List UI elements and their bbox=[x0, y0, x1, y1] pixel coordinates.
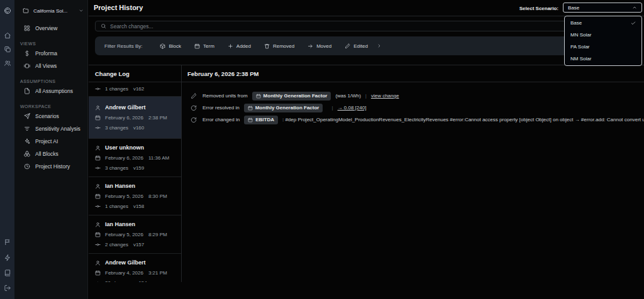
entry-time: 3:21 PM bbox=[148, 270, 167, 276]
section-label-workspace: WORKSPACE bbox=[20, 104, 87, 109]
filter-block[interactable]: Block bbox=[160, 43, 181, 49]
project-switcher[interactable]: California Sol... bbox=[23, 6, 84, 16]
scenario-dropdown-menu: Base MN Solar PA Solar NM Solar bbox=[564, 16, 642, 66]
change-text: Error changed in bbox=[203, 117, 240, 122]
chevron-up-icon bbox=[632, 5, 637, 10]
filter-label: Edited bbox=[353, 43, 368, 49]
home-icon[interactable] bbox=[4, 32, 11, 39]
scenario-select[interactable]: Base bbox=[563, 3, 642, 13]
sidebar-item-all-blocks[interactable]: All Blocks bbox=[14, 148, 87, 160]
filter-added[interactable]: Added bbox=[228, 43, 251, 49]
sidebar-item-label: All Views bbox=[35, 63, 57, 69]
changelog-entry[interactable]: Andrew Gilbert February 6, 20262:38 PM 3… bbox=[89, 97, 181, 139]
changelog-entry-peek[interactable]: 1 changes v162 bbox=[89, 82, 181, 97]
author-name: User unknown bbox=[105, 144, 144, 151]
sidebar-item-scenarios[interactable]: Scenarios bbox=[14, 110, 87, 122]
entry-time: 11:36 AM bbox=[148, 155, 169, 161]
entry-date: February 6, 2026 bbox=[105, 155, 143, 161]
changelog-entry[interactable]: User unknown February 6, 202611:36 AM 3 … bbox=[89, 139, 181, 177]
commit-icon bbox=[95, 86, 101, 92]
term-chip[interactable]: Monthly Generation Factor bbox=[244, 104, 323, 112]
cube-icon bbox=[160, 43, 165, 49]
scenario-select-value: Base bbox=[568, 5, 632, 11]
changelog-entry[interactable]: Andrew Gilbert February 4, 20263:21 PM 2… bbox=[89, 254, 181, 282]
sparkles-icon bbox=[24, 138, 30, 144]
sidebar-item-label: Project AI bbox=[35, 138, 58, 144]
view-change-link[interactable]: view change bbox=[371, 93, 399, 99]
panel-body: 1 changes v162 Andrew Gilbert February 6… bbox=[89, 82, 644, 282]
docs-book-icon[interactable] bbox=[4, 269, 11, 276]
scenario-option-mn-solar[interactable]: MN Solar bbox=[565, 29, 641, 41]
author-name: Andrew Gilbert bbox=[105, 104, 146, 111]
logout-icon[interactable] bbox=[4, 285, 11, 291]
filter-edited[interactable]: Edited bbox=[345, 43, 368, 49]
pencil-icon bbox=[345, 43, 350, 49]
section-label-views: VIEWS bbox=[20, 41, 87, 46]
filter-chips: Block Term Added Removed Moved Edited bbox=[160, 43, 367, 49]
pencil-icon bbox=[191, 93, 197, 99]
icon-rail bbox=[0, 0, 14, 299]
projects-icon[interactable] bbox=[4, 46, 11, 53]
version-badge: v157 bbox=[133, 242, 144, 247]
filter-moved[interactable]: Moved bbox=[308, 43, 331, 49]
section-label-assumptions: ASSUMPTIONS bbox=[20, 79, 87, 84]
sidebar-item-label: Project History bbox=[35, 163, 70, 170]
term-chip[interactable]: EBITDA bbox=[244, 116, 278, 124]
option-label: NM Solar bbox=[570, 56, 636, 62]
filter-results-label: Filter Results By: bbox=[104, 43, 142, 49]
search-input[interactable] bbox=[110, 23, 632, 30]
filter-label: Added bbox=[236, 43, 251, 49]
entry-time: 8:29 PM bbox=[148, 232, 167, 237]
entry-date: February 5, 2026 bbox=[105, 232, 143, 237]
page-header: Project History Select Scenario: Base bbox=[89, 0, 644, 16]
calendar-icon bbox=[95, 270, 101, 276]
search-bar[interactable] bbox=[95, 21, 638, 31]
filters-chevron-right-icon[interactable] bbox=[377, 43, 382, 48]
clock-icon bbox=[24, 163, 30, 170]
changes-count: 2 changes bbox=[105, 242, 128, 247]
changelog-entry[interactable]: Ian Hansen February 5, 20268:29 PM 2 cha… bbox=[89, 215, 181, 254]
dollar-icon bbox=[24, 50, 30, 57]
app-logo-icon[interactable] bbox=[4, 7, 11, 14]
sidebar-item-overview[interactable]: Overview bbox=[14, 22, 87, 35]
value-change-link[interactable]: → 0.08 [240] bbox=[338, 105, 367, 111]
changes-count: 1 changes bbox=[105, 204, 128, 209]
change-text: Removed units from bbox=[203, 93, 248, 99]
calendar-icon bbox=[194, 43, 200, 49]
commit-icon bbox=[95, 125, 101, 131]
scenario-option-base[interactable]: Base bbox=[565, 17, 641, 29]
sidebar: California Sol... Overview VIEWS Proform… bbox=[14, 0, 88, 299]
shortcuts-zap-icon[interactable] bbox=[4, 254, 11, 261]
term-chip[interactable]: Monthly Generation Factor bbox=[252, 92, 331, 101]
calendar-icon bbox=[95, 155, 101, 161]
panel-headers: Change Log February 6, 2026 2:38 PM bbox=[89, 65, 644, 82]
plus-icon bbox=[228, 43, 233, 49]
grid-icon bbox=[24, 25, 30, 31]
sidebar-item-sensitivity-analysis[interactable]: Sensitivity Analysis bbox=[14, 122, 87, 135]
changes-count: 3 changes bbox=[105, 125, 128, 131]
scenario-option-nm-solar[interactable]: NM Solar bbox=[565, 53, 641, 65]
file-icon bbox=[24, 88, 30, 94]
changelog-entry[interactable]: Ian Hansen February 5, 20268:30 PM 1 cha… bbox=[89, 177, 181, 215]
changes-count: 20 changes bbox=[105, 280, 131, 282]
version-badge: v158 bbox=[133, 204, 144, 209]
person-icon bbox=[95, 145, 101, 151]
sidebar-item-all-assumptions[interactable]: All Assumptions bbox=[14, 85, 87, 97]
change-detail-text: (was 1/Wh) bbox=[335, 93, 360, 99]
filter-removed[interactable]: Removed bbox=[264, 43, 294, 49]
detail-title: February 6, 2026 2:38 PM bbox=[187, 70, 259, 77]
views-icon bbox=[24, 63, 30, 69]
option-label: Base bbox=[570, 20, 631, 26]
commit-icon bbox=[95, 165, 101, 171]
sidebar-item-all-views[interactable]: All Views bbox=[14, 60, 87, 72]
sidebar-item-proforma[interactable]: Proforma bbox=[14, 47, 87, 60]
sidebar-item-project-ai[interactable]: Project AI bbox=[14, 135, 87, 148]
users-icon[interactable] bbox=[4, 60, 11, 67]
separator: | bbox=[365, 93, 367, 99]
scenario-option-pa-solar[interactable]: PA Solar bbox=[565, 41, 641, 53]
feedback-flag-icon[interactable] bbox=[4, 239, 11, 246]
filter-term[interactable]: Term bbox=[194, 43, 214, 49]
calendar-icon bbox=[248, 106, 253, 111]
commit-icon bbox=[95, 280, 101, 282]
sidebar-item-project-history[interactable]: Project History bbox=[14, 160, 87, 173]
